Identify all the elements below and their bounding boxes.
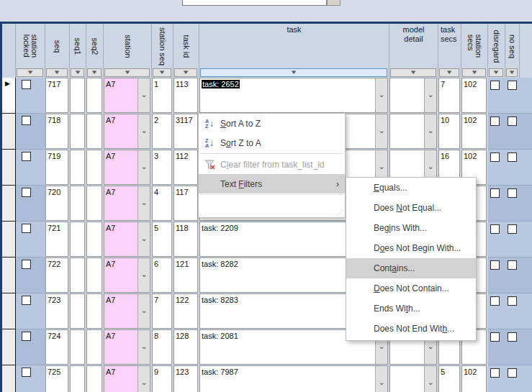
cell-station_locked[interactable] [16, 222, 45, 257]
cell-disregard[interactable] [488, 257, 505, 293]
cell-box-seq2[interactable] [86, 293, 102, 329]
cell-box-seq2[interactable] [86, 150, 102, 185]
checkbox-station_locked[interactable] [22, 80, 31, 89]
checkbox-station_locked[interactable] [22, 152, 31, 161]
cell-seq2[interactable] [86, 293, 104, 329]
record-selector[interactable] [2, 257, 16, 293]
cell-box-station_secs[interactable]: 102 [461, 114, 487, 149]
cell-box-station[interactable]: A7⌄ [104, 222, 150, 257]
cell-disregard[interactable] [488, 78, 505, 114]
cell-box-task_id[interactable]: 118 [173, 222, 198, 257]
cell-box-seq[interactable]: 719 [45, 150, 68, 185]
cell-seq1[interactable] [70, 114, 86, 150]
column-header-no_seq[interactable]: no seq [505, 24, 520, 68]
combo-box-remnant[interactable] [182, 0, 327, 6]
cell-box-station_secs[interactable]: 102 [461, 365, 487, 392]
cell-seq1[interactable] [70, 222, 86, 257]
cell-station_seq[interactable]: 2 [152, 114, 173, 150]
combo-dropdown-station[interactable]: ⌄ [137, 186, 150, 220]
cell-box-seq1[interactable] [70, 365, 85, 392]
checkbox-station_locked[interactable] [22, 296, 31, 305]
cell-box-seq2[interactable] [86, 114, 102, 149]
cell-seq2[interactable] [86, 222, 104, 257]
cell-no_seq[interactable] [505, 329, 520, 365]
cell-box-seq[interactable]: 717 [45, 78, 68, 113]
cell-task_id[interactable]: 123 [173, 365, 199, 392]
cell-model_detail[interactable]: ⌄ [389, 365, 438, 392]
cell-station_secs[interactable]: 102 [461, 78, 488, 114]
cell-box-seq1[interactable] [70, 114, 85, 149]
combo-dropdown-model_detail[interactable]: ⌄ [424, 114, 436, 148]
cell-box-task_secs[interactable]: 7 [438, 78, 460, 113]
cell-box-task_id[interactable]: 123 [173, 365, 198, 392]
filter-dropdown-no_seq[interactable]: ▼ [506, 68, 518, 77]
cell-no_seq[interactable] [505, 114, 520, 150]
column-header-seq2[interactable]: seq2 [86, 24, 104, 68]
cell-station_locked[interactable] [16, 365, 45, 392]
cell-box-seq[interactable]: 722 [45, 257, 68, 293]
cell-box-station_seq[interactable]: 9 [152, 365, 172, 392]
cell-task_secs[interactable]: 5 [438, 365, 461, 392]
record-selector[interactable] [2, 186, 16, 222]
cell-station[interactable]: A7⌄ [104, 150, 152, 186]
filter-dropdown-station[interactable]: ▼ [104, 68, 150, 77]
cell-disregard[interactable] [488, 150, 505, 186]
cell-station_seq[interactable]: 8 [152, 329, 173, 365]
cell-no_seq[interactable] [505, 222, 520, 257]
cell-box-station[interactable]: A7⌄ [104, 114, 150, 149]
cell-box-station_seq[interactable]: 7 [152, 293, 172, 329]
cell-no_seq[interactable] [505, 293, 520, 329]
cell-task_id[interactable]: 113 [173, 78, 199, 114]
checkbox-station_locked[interactable] [22, 116, 31, 125]
combo-dropdown-task[interactable]: ⌄ [375, 366, 387, 392]
resize-grip-icon[interactable]: ⋰ [335, 210, 343, 216]
cell-no_seq[interactable] [505, 186, 520, 222]
cell-box-seq1[interactable] [70, 329, 85, 365]
cell-seq2[interactable] [86, 114, 104, 150]
cell-seq[interactable]: 717 [45, 78, 70, 114]
cell-model_detail[interactable]: ⌄ [389, 114, 438, 150]
cell-task_id[interactable]: 3117 [173, 114, 199, 150]
submenu-item-contains[interactable]: Contains... [346, 258, 476, 278]
combo-dropdown-station[interactable]: ⌄ [137, 294, 150, 328]
filter-dropdown-seq2[interactable]: ▼ [87, 68, 102, 77]
cell-seq1[interactable] [70, 186, 86, 222]
cell-task_id[interactable]: 118 [173, 222, 199, 257]
cell-box-station_seq[interactable]: 1 [152, 78, 172, 113]
column-header-station_seq[interactable]: station seq [152, 24, 173, 68]
combo-dropdown-station[interactable]: ⌄ [137, 330, 150, 364]
checkbox-disregard[interactable] [490, 296, 500, 306]
cell-box-task_secs[interactable]: 10 [438, 114, 460, 149]
column-header-task[interactable]: task [199, 24, 389, 68]
cell-task[interactable]: task: 7987⌄ [199, 365, 389, 392]
cell-box-seq[interactable]: 721 [45, 222, 68, 257]
record-selector[interactable] [2, 114, 16, 150]
cell-box-seq[interactable]: 725 [45, 365, 68, 392]
record-selector[interactable] [2, 293, 16, 329]
cell-no_seq[interactable] [505, 78, 520, 114]
cell-station[interactable]: A7⌄ [104, 186, 152, 222]
cell-box-model_detail[interactable]: ⌄ [389, 78, 437, 113]
cell-box-seq1[interactable] [70, 186, 85, 221]
cell-seq1[interactable] [70, 329, 86, 365]
cell-station_seq[interactable]: 4 [152, 186, 173, 222]
cell-box-station_seq[interactable]: 5 [152, 222, 172, 257]
cell-disregard[interactable] [488, 365, 505, 392]
cell-no_seq[interactable] [505, 150, 520, 186]
column-header-task_id[interactable]: task id [173, 24, 199, 68]
checkbox-station_locked[interactable] [22, 260, 31, 269]
checkbox-disregard[interactable] [490, 117, 500, 126]
checkbox-no_seq[interactable] [508, 152, 517, 162]
filter-dropdown-task_id[interactable]: ▼ [174, 68, 197, 77]
cell-task_id[interactable]: 117 [173, 186, 199, 222]
cell-box-seq2[interactable] [86, 365, 102, 392]
combo-dropdown-station[interactable]: ⌄ [137, 78, 150, 112]
combo-dropdown-task[interactable]: ⌄ [375, 114, 387, 148]
combo-dropdown-model_detail[interactable]: ⌄ [424, 366, 436, 392]
cell-station_seq[interactable]: 6 [152, 257, 173, 293]
column-header-seq1[interactable]: seq1 [70, 24, 86, 68]
cell-box-seq1[interactable] [70, 257, 85, 293]
filter-dropdown-task_secs[interactable]: ▼ [439, 68, 459, 77]
cell-box-task_id[interactable]: 128 [173, 329, 198, 365]
cell-box-task_id[interactable]: 122 [173, 293, 198, 329]
